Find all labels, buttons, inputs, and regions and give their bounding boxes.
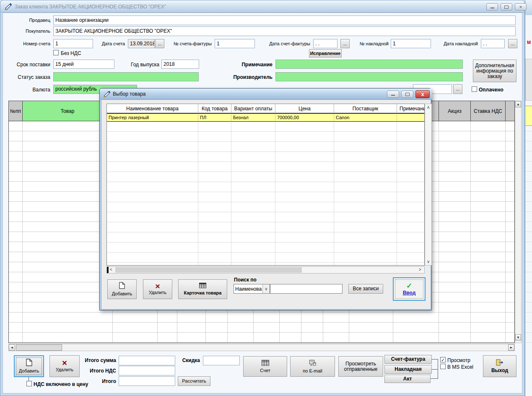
table-cell[interactable] bbox=[158, 333, 177, 343]
hscroll-thumb[interactable] bbox=[16, 344, 62, 351]
search-input[interactable] bbox=[270, 284, 343, 294]
table-cell[interactable] bbox=[177, 323, 206, 333]
table-cell[interactable] bbox=[206, 323, 228, 333]
bottom-delete-button[interactable]: ✕ Удалить bbox=[49, 355, 80, 377]
product-grid-cell[interactable] bbox=[334, 152, 397, 162]
product-grid-cell[interactable] bbox=[107, 142, 198, 152]
product-grid-cell[interactable] bbox=[107, 172, 198, 182]
table-cell[interactable] bbox=[9, 282, 23, 292]
table-cell[interactable] bbox=[323, 333, 349, 343]
product-grid-cell[interactable] bbox=[334, 162, 397, 172]
table-cell[interactable] bbox=[439, 182, 471, 192]
product-grid-cell[interactable] bbox=[198, 142, 231, 152]
product-grid-cell[interactable] bbox=[334, 132, 397, 142]
facture-no-input[interactable]: 1 bbox=[215, 39, 255, 48]
product-column-header[interactable]: Примечание bbox=[397, 104, 425, 113]
table-cell[interactable] bbox=[471, 202, 506, 212]
table-cell[interactable] bbox=[280, 313, 301, 323]
product-row-cell[interactable]: 700000,00 bbox=[275, 113, 334, 122]
table-cell[interactable] bbox=[439, 313, 471, 323]
product-grid-cell[interactable] bbox=[231, 182, 275, 192]
dialog-maximize-button[interactable] bbox=[401, 91, 413, 98]
table-cell[interactable] bbox=[280, 323, 301, 333]
product-grid-cell[interactable] bbox=[107, 162, 198, 172]
table-cell[interactable] bbox=[506, 212, 515, 222]
table-cell[interactable] bbox=[393, 333, 439, 343]
table-cell[interactable] bbox=[506, 333, 515, 343]
dialog-delete-button[interactable]: ✕ Удалить bbox=[143, 279, 172, 299]
scroll-right-button[interactable]: > bbox=[419, 267, 421, 272]
table-cell[interactable] bbox=[439, 162, 471, 172]
excel-checkbox[interactable] bbox=[440, 364, 446, 369]
table-cell[interactable] bbox=[349, 333, 393, 343]
product-row-cell[interactable]: ПЛ bbox=[198, 113, 231, 122]
product-column-header[interactable]: Цена bbox=[275, 104, 334, 113]
table-cell[interactable] bbox=[9, 242, 23, 252]
dialog-add-button[interactable]: Добавить bbox=[107, 279, 137, 299]
total-input[interactable] bbox=[119, 376, 175, 386]
product-grid-cell[interactable] bbox=[397, 142, 425, 152]
product-grid-cell[interactable] bbox=[397, 222, 425, 232]
table-cell[interactable] bbox=[506, 302, 515, 313]
product-row-cell[interactable]: Принтер лазерный bbox=[107, 113, 198, 122]
table-cell[interactable] bbox=[9, 313, 23, 323]
table-cell[interactable] bbox=[393, 323, 439, 333]
product-grid-cell[interactable] bbox=[198, 212, 231, 222]
table-cell[interactable] bbox=[471, 131, 506, 141]
buyer-input[interactable]: ЗАКРЫТОЕ АКЦИОНЕРНОЕ ОБЩЕСТВО "ОРЕХ" bbox=[53, 26, 516, 36]
discount-input[interactable] bbox=[203, 356, 240, 365]
act-button[interactable]: Акт bbox=[384, 375, 431, 383]
table-cell[interactable] bbox=[9, 252, 23, 262]
preview-checkbox[interactable]: ✓ bbox=[440, 357, 446, 362]
maximize-button[interactable] bbox=[501, 3, 512, 10]
product-grid-cell[interactable] bbox=[397, 242, 425, 253]
product-grid-cell[interactable] bbox=[107, 152, 198, 162]
total-sum-input[interactable] bbox=[119, 356, 175, 365]
scroll-down-button[interactable]: ▼ bbox=[515, 334, 521, 341]
vat-included-checkbox[interactable] bbox=[26, 381, 32, 386]
table-cell[interactable] bbox=[23, 313, 113, 323]
table-cell[interactable] bbox=[9, 172, 23, 182]
table-cell[interactable] bbox=[471, 323, 506, 333]
product-grid-cell[interactable] bbox=[198, 182, 231, 192]
product-grid-cell[interactable] bbox=[231, 232, 275, 242]
note-input[interactable] bbox=[275, 60, 463, 69]
table-cell[interactable] bbox=[113, 323, 158, 333]
table-cell[interactable] bbox=[9, 222, 23, 232]
table-cell[interactable] bbox=[301, 333, 323, 343]
table-cell[interactable] bbox=[228, 313, 254, 323]
product-grid-cell[interactable] bbox=[198, 263, 231, 266]
table-cell[interactable] bbox=[471, 121, 506, 131]
product-grid-cell[interactable] bbox=[275, 122, 334, 132]
product-grid-cell[interactable] bbox=[107, 192, 198, 202]
product-grid-cell[interactable] bbox=[397, 162, 425, 172]
table-cell[interactable] bbox=[471, 141, 506, 151]
currency-rate-browse-button[interactable]: ... bbox=[453, 84, 462, 94]
table-cell[interactable] bbox=[506, 262, 515, 272]
table-cell[interactable] bbox=[439, 282, 471, 292]
product-column-header[interactable]: Вариант оплаты bbox=[231, 104, 275, 113]
table-cell[interactable] bbox=[506, 131, 515, 141]
scroll-left-button[interactable]: ◄ bbox=[9, 344, 15, 351]
product-grid-cell[interactable] bbox=[198, 222, 231, 232]
table-cell[interactable] bbox=[439, 292, 471, 302]
product-grid-cell[interactable] bbox=[231, 253, 275, 263]
dialog-titlebar[interactable]: Выбор товара x bbox=[100, 89, 432, 99]
table-cell[interactable] bbox=[506, 121, 515, 131]
table-cell[interactable] bbox=[471, 192, 506, 202]
product-grid-cell[interactable] bbox=[275, 152, 334, 162]
email-button[interactable]: по E-mail bbox=[290, 356, 335, 377]
product-grid-cell[interactable] bbox=[107, 122, 198, 132]
facture-date-browse-button[interactable]: ... bbox=[340, 39, 350, 48]
invoice-no-input[interactable]: 1 bbox=[53, 39, 93, 48]
table-cell[interactable] bbox=[506, 141, 515, 151]
table-cell[interactable] bbox=[471, 232, 506, 242]
search-field-combo[interactable]: Наименованию ∨ bbox=[234, 284, 270, 294]
product-grid-cell[interactable] bbox=[231, 222, 275, 232]
product-row-cell[interactable]: Безнал bbox=[231, 113, 275, 122]
close-button[interactable]: × bbox=[515, 3, 527, 10]
table-cell[interactable] bbox=[439, 242, 471, 252]
main-window-titlebar[interactable]: Заказ клиента ЗАКРЫТОЕ АКЦИОНЕРНОЕ ОБЩЕС… bbox=[0, 0, 524, 13]
table-cell[interactable] bbox=[9, 121, 23, 131]
table-cell[interactable] bbox=[349, 323, 393, 333]
